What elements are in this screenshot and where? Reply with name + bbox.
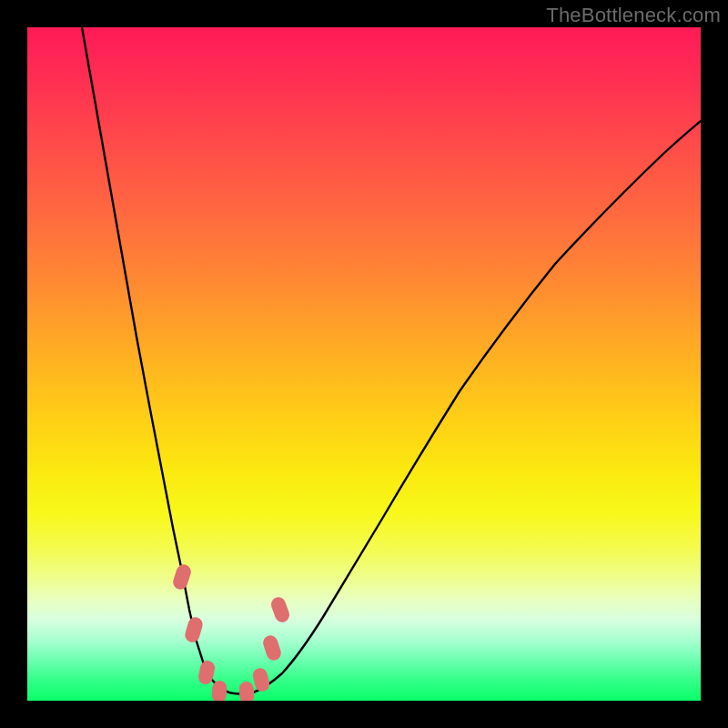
marker [238,681,255,701]
chart-frame: TheBottleneck.com [0,0,728,728]
marker [261,633,283,662]
watermark-text: TheBottleneck.com [546,4,721,27]
marker [183,615,204,643]
marker [251,666,271,693]
plot-area [27,27,701,701]
marker [171,562,193,592]
bottleneck-curve [82,27,701,694]
curve-svg [27,27,701,701]
marker [269,595,292,624]
